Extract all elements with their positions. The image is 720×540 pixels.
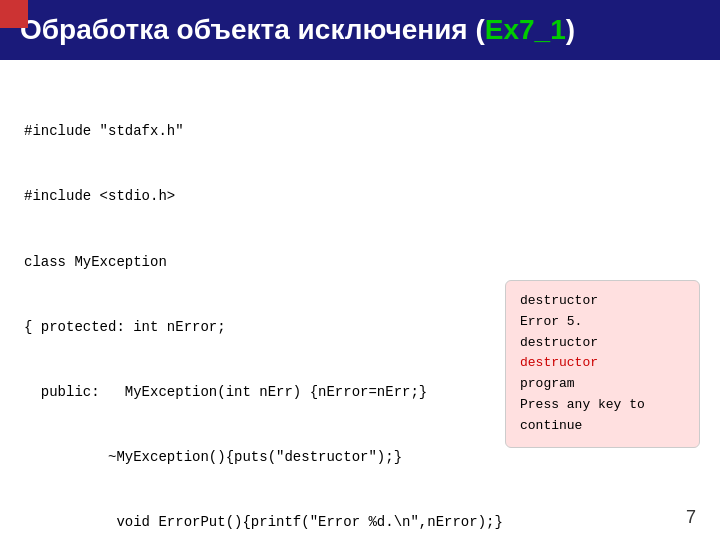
output-line-6: Press any key to — [520, 397, 645, 412]
slide-number: 7 — [686, 507, 696, 528]
output-line-3: destructor — [520, 335, 598, 350]
output-line-5: program — [520, 376, 575, 391]
slide: Обработка объекта исключения (Ex7_1) #in… — [0, 0, 720, 540]
code-line: #include <stdio.h> — [24, 186, 696, 208]
code-line: #include "stdafx.h" — [24, 121, 696, 143]
output-line-2: Error 5. — [520, 314, 582, 329]
code-line: void ErrorPut(){printf("Error %d.\n",nEr… — [24, 512, 696, 534]
output-line-4: destructor — [520, 355, 598, 370]
slide-title: Обработка объекта исключения (Ex7_1) — [20, 14, 575, 46]
title-bar: Обработка объекта исключения (Ex7_1) — [0, 0, 720, 60]
title-highlight: Ex7_1 — [485, 14, 566, 45]
content-area: #include "stdafx.h" #include <stdio.h> c… — [0, 60, 720, 540]
title-suffix: ) — [566, 14, 575, 45]
code-line: class MyException — [24, 252, 696, 274]
corner-accent — [0, 0, 28, 28]
output-line-1: destructor — [520, 293, 598, 308]
title-prefix: Обработка объекта исключения ( — [20, 14, 485, 45]
code-line: ~MyException(){puts("destructor");} — [24, 447, 696, 469]
output-line-7: continue — [520, 418, 582, 433]
output-box: destructor Error 5. destructor destructo… — [505, 280, 700, 448]
